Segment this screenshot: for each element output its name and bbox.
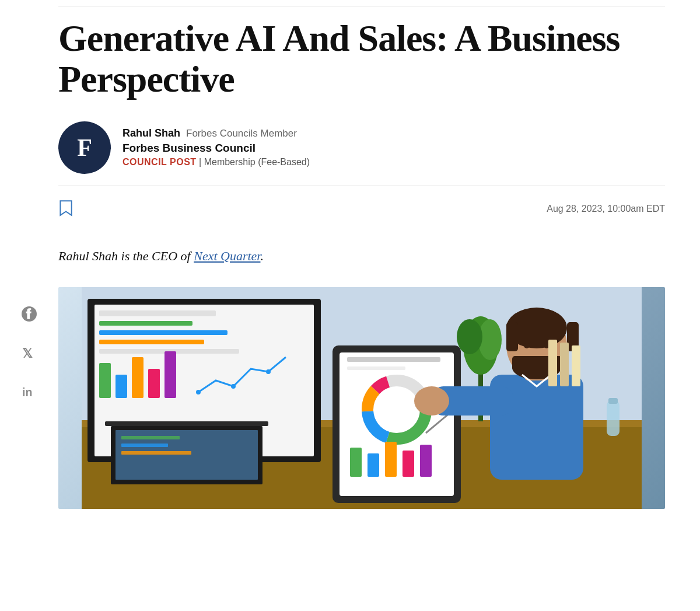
svg-rect-11 xyxy=(99,340,204,344)
svg-rect-58 xyxy=(548,340,557,386)
svg-point-52 xyxy=(524,343,530,348)
article-illustration xyxy=(58,287,665,509)
svg-rect-13 xyxy=(99,363,111,398)
svg-rect-40 xyxy=(347,366,405,370)
svg-rect-26 xyxy=(121,451,191,455)
social-sidebar: 𝕏 in xyxy=(0,0,58,509)
article-date: Aug 28, 2023, 10:00am EDT xyxy=(547,204,665,214)
svg-rect-34 xyxy=(350,448,362,477)
svg-rect-25 xyxy=(121,444,168,447)
intro-prefix: Rahul Shah is the CEO of xyxy=(58,249,194,263)
facebook-share-button[interactable] xyxy=(19,303,40,324)
svg-point-20 xyxy=(266,369,271,374)
svg-point-18 xyxy=(196,390,201,394)
svg-rect-16 xyxy=(148,369,160,398)
svg-rect-59 xyxy=(560,343,569,386)
membership-text: | Membership (Fee-Based) xyxy=(199,157,310,167)
linkedin-share-button[interactable]: in xyxy=(19,380,40,401)
article-title: Generative AI And Sales: A Business Pers… xyxy=(58,18,665,100)
council-post-link[interactable]: COUNCIL POST xyxy=(123,157,197,167)
next-quarter-link[interactable]: Next Quarter xyxy=(194,249,260,263)
author-info: Rahul Shah Forbes Councils Member Forbes… xyxy=(123,127,310,167)
author-avatar: F xyxy=(58,121,111,174)
svg-rect-24 xyxy=(121,436,180,439)
article-image-visual xyxy=(58,287,665,509)
svg-rect-50 xyxy=(506,322,518,351)
intro-suffix: . xyxy=(260,249,264,263)
svg-rect-10 xyxy=(99,330,228,335)
svg-rect-15 xyxy=(132,357,144,398)
svg-rect-21 xyxy=(105,421,268,426)
svg-rect-37 xyxy=(402,451,414,477)
svg-rect-62 xyxy=(608,398,618,404)
svg-point-19 xyxy=(231,384,236,389)
svg-point-45 xyxy=(457,319,482,354)
author-role: Forbes Councils Member xyxy=(186,128,297,139)
meta-row: Aug 28, 2023, 10:00am EDT xyxy=(58,195,665,222)
article-image xyxy=(58,287,665,509)
svg-point-57 xyxy=(414,386,449,416)
author-section: F Rahul Shah Forbes Councils Member Forb… xyxy=(58,121,665,174)
top-divider xyxy=(58,6,665,6)
svg-rect-17 xyxy=(164,351,176,398)
svg-rect-35 xyxy=(368,453,379,477)
svg-rect-14 xyxy=(116,375,127,398)
svg-rect-36 xyxy=(385,442,397,477)
svg-rect-39 xyxy=(347,357,440,362)
svg-rect-60 xyxy=(572,345,580,386)
author-council: Forbes Business Council xyxy=(123,142,310,155)
svg-text:in: in xyxy=(22,386,32,399)
svg-rect-9 xyxy=(99,321,192,326)
author-name-row: Rahul Shah Forbes Councils Member xyxy=(123,127,310,139)
twitter-share-button[interactable]: 𝕏 xyxy=(19,342,40,363)
svg-rect-8 xyxy=(99,310,216,316)
svg-rect-38 xyxy=(420,445,432,477)
author-name: Rahul Shah xyxy=(123,127,180,139)
bookmark-button[interactable] xyxy=(58,199,74,219)
author-post-type: COUNCIL POST | Membership (Fee-Based) xyxy=(123,157,310,167)
svg-text:𝕏: 𝕏 xyxy=(22,346,33,360)
main-content: Generative AI And Sales: A Business Pers… xyxy=(58,0,700,509)
author-divider xyxy=(58,186,665,186)
article-intro: Rahul Shah is the CEO of Next Quarter. xyxy=(58,246,665,266)
author-initial: F xyxy=(77,134,92,162)
svg-rect-61 xyxy=(607,401,620,436)
